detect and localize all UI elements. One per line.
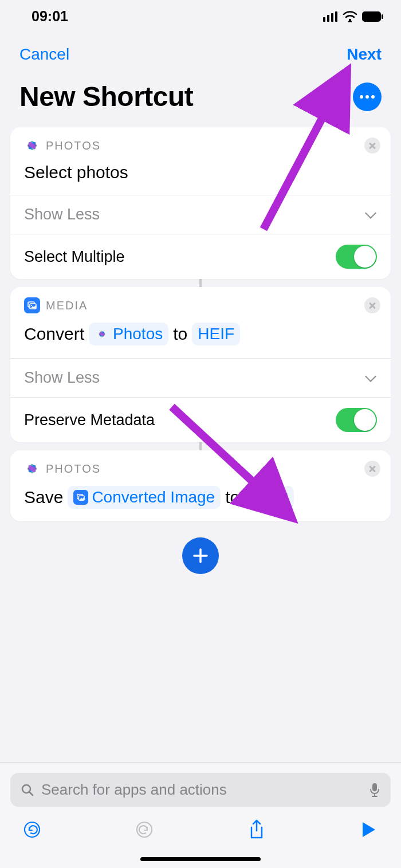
- status-icons: [323, 11, 384, 22]
- param-photos[interactable]: Photos: [89, 323, 168, 345]
- svg-line-39: [29, 792, 33, 795]
- select-multiple-row: Select Multiple: [10, 234, 391, 279]
- action-title: Convert Photos to HEIF: [10, 317, 391, 358]
- svg-rect-5: [362, 11, 381, 22]
- svg-point-17: [31, 305, 32, 306]
- svg-point-4: [349, 18, 351, 21]
- card-app-label: PHOTOS: [24, 461, 377, 477]
- search-placeholder: Search for apps and actions: [41, 781, 362, 799]
- svg-rect-2: [331, 13, 333, 22]
- param-converted-image[interactable]: Converted Image: [68, 486, 221, 509]
- run-button[interactable]: [359, 819, 379, 840]
- share-button[interactable]: [246, 819, 267, 840]
- preserve-metadata-toggle[interactable]: [336, 408, 377, 432]
- home-indicator[interactable]: [140, 857, 261, 861]
- photos-icon: [95, 327, 109, 341]
- svg-rect-6: [382, 14, 383, 19]
- image-icon: [73, 490, 88, 505]
- action-card-convert: MEDIA Convert Photos to HEIF Show Less P…: [10, 287, 391, 442]
- nav-row: Cancel Next: [0, 28, 401, 64]
- photos-app-icon: [24, 138, 40, 154]
- svg-rect-1: [327, 15, 329, 22]
- wifi-icon: [343, 11, 357, 22]
- photos-app-icon: [24, 461, 40, 477]
- select-multiple-toggle[interactable]: [336, 245, 377, 269]
- add-action-button[interactable]: [182, 537, 219, 574]
- ellipsis-icon: [360, 95, 363, 99]
- bottom-bar: Search for apps and actions: [0, 762, 401, 868]
- remove-action-button[interactable]: [364, 297, 380, 313]
- param-format[interactable]: HEIF: [192, 323, 240, 345]
- action-title: Save Converted Image to HEIC: [10, 480, 391, 521]
- chevron-down-icon: [365, 209, 377, 221]
- chevron-down-icon: [365, 372, 377, 384]
- media-app-icon: [24, 297, 40, 313]
- cellular-icon: [323, 11, 338, 22]
- toolbar: [0, 814, 401, 853]
- title-row: New Shortcut: [0, 64, 401, 119]
- param-destination[interactable]: HEIC: [244, 486, 294, 509]
- preserve-metadata-row: Preserve Metadata: [10, 398, 391, 442]
- next-button[interactable]: Next: [347, 45, 382, 64]
- search-icon: [21, 783, 34, 797]
- show-less-row[interactable]: Show Less: [10, 195, 391, 234]
- action-card-save: PHOTOS Save Converted Image to HEIC: [10, 450, 391, 521]
- status-bar: 09:01: [0, 0, 401, 28]
- more-button[interactable]: [353, 83, 382, 111]
- cancel-button[interactable]: Cancel: [19, 45, 69, 64]
- undo-button[interactable]: [22, 819, 42, 840]
- action-card-select-photos: PHOTOS Select photos Show Less Select Mu…: [10, 127, 391, 279]
- svg-rect-40: [372, 783, 377, 791]
- show-less-row[interactable]: Show Less: [10, 359, 391, 397]
- connector-line: [199, 279, 202, 287]
- remove-action-button[interactable]: [364, 461, 380, 477]
- remove-action-button[interactable]: [364, 138, 380, 154]
- page-title: New Shortcut: [19, 81, 193, 112]
- card-app-label: MEDIA: [24, 297, 377, 313]
- svg-rect-3: [335, 11, 337, 22]
- card-app-label: PHOTOS: [24, 138, 377, 154]
- status-time: 09:01: [32, 8, 68, 25]
- mic-icon: [369, 783, 380, 798]
- connector-line: [199, 442, 202, 450]
- search-input[interactable]: Search for apps and actions: [10, 773, 391, 807]
- plus-icon: [192, 547, 209, 564]
- battery-icon: [362, 11, 384, 22]
- action-title: Select photos: [10, 157, 391, 195]
- redo-button: [134, 819, 155, 840]
- svg-rect-0: [323, 17, 325, 22]
